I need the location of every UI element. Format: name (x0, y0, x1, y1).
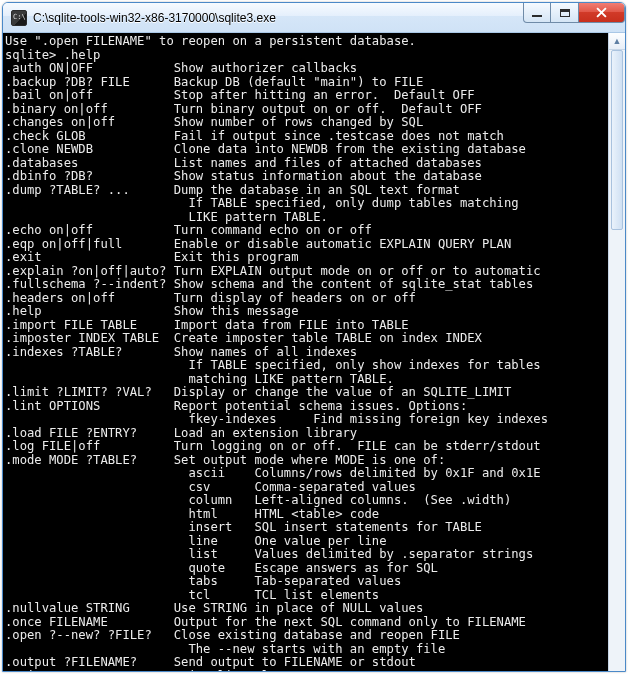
close-button[interactable] (579, 3, 625, 23)
window-title: C:\sqlite-tools-win32-x86-3170000\sqlite… (33, 11, 523, 25)
maximize-button[interactable] (551, 3, 579, 23)
terminal-output[interactable]: Use ".open FILENAME" to reopen on a pers… (3, 33, 608, 672)
app-icon (11, 10, 27, 26)
window-frame: C:\sqlite-tools-win32-x86-3170000\sqlite… (2, 2, 626, 672)
scroll-up-button[interactable]: ▲ (609, 33, 625, 50)
minimize-button[interactable] (523, 3, 551, 23)
close-icon (596, 7, 607, 18)
scroll-track[interactable] (609, 50, 625, 672)
title-bar[interactable]: C:\sqlite-tools-win32-x86-3170000\sqlite… (3, 3, 625, 33)
client-area: Use ".open FILENAME" to reopen on a pers… (3, 33, 625, 672)
vertical-scrollbar[interactable]: ▲ ▼ (608, 33, 625, 672)
scroll-thumb[interactable] (611, 50, 623, 230)
window-controls (523, 3, 625, 32)
